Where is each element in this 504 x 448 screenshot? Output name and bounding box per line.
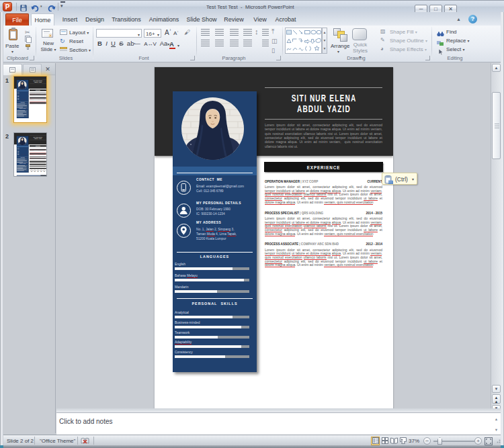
svg-text:aaa: aaa (34, 171, 36, 172)
svg-text:aaa: aaa (40, 171, 42, 172)
svg-text:aaa: aaa (38, 171, 39, 172)
svg-text:aaa: aaa (44, 171, 45, 172)
svg-text:aaa: aaa (31, 171, 32, 172)
